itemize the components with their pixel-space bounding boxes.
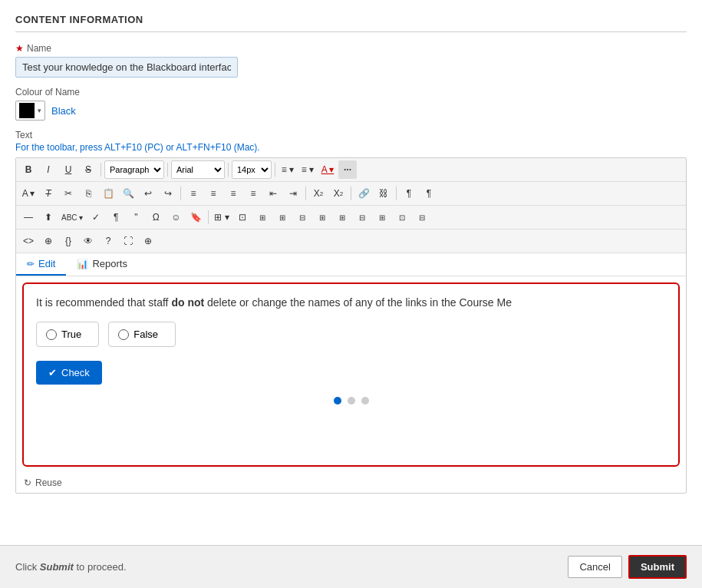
dot-1[interactable]: [334, 397, 341, 405]
unlink-button[interactable]: ⛓: [374, 184, 393, 203]
highlight-button[interactable]: A ▾: [19, 184, 38, 203]
find-button[interactable]: 🔍: [119, 184, 137, 203]
question-bold: do not: [171, 296, 204, 309]
bold-button[interactable]: B: [19, 160, 38, 179]
size-select[interactable]: 14px: [232, 160, 272, 179]
delete-row-button[interactable]: ⊟: [293, 208, 311, 226]
answer-false-label: False: [133, 329, 158, 340]
bookmark-button[interactable]: 🔖: [186, 208, 205, 226]
name-input[interactable]: [15, 57, 238, 78]
submit-button[interactable]: Submit: [628, 555, 687, 579]
preview-button[interactable]: 👁: [79, 232, 97, 250]
toolbar-row-3: — ⬆ ABC ▾ ✓ ¶ " Ω ☺ 🔖 ⊞ ▾ ⊡ ⊞ ⊞ ⊟ ⊞ ⊞ ⊟ …: [16, 206, 686, 230]
delete-col-button[interactable]: ⊟: [353, 208, 371, 226]
special-char-button[interactable]: Ω: [147, 208, 165, 226]
editor-question: It is recommended that staff do not dele…: [36, 295, 666, 311]
insert-col-after-button[interactable]: ⊞: [333, 208, 351, 226]
separator-4: [275, 163, 275, 177]
answer-true-label: True: [61, 329, 81, 340]
check-button-label: Check: [61, 367, 90, 378]
check-button[interactable]: ✔ Check: [36, 361, 102, 385]
colour-label: Colour of Name: [15, 87, 687, 97]
indent-button[interactable]: ⇥: [284, 184, 302, 203]
colour-swatch-button[interactable]: ▾: [15, 101, 45, 121]
para-button[interactable]: ¶: [107, 208, 125, 226]
text-color-button[interactable]: A ▾: [318, 160, 337, 179]
question-text-after: delete or change the names of any of the…: [204, 296, 512, 309]
edit-icon: ✏: [27, 259, 35, 269]
emoji-button[interactable]: ☺: [166, 208, 185, 226]
fullscreen-button[interactable]: ⛶: [119, 232, 137, 250]
toolbar-hint: For the toolbar, press ALT+F10 (PC) or A…: [15, 142, 687, 153]
toolbar-row-4: <> ⊕ {} 👁 ? ⛶ ⊕: [16, 230, 686, 253]
cut-button[interactable]: ✂: [59, 184, 77, 203]
dot-3[interactable]: [361, 397, 369, 405]
clear-format-button[interactable]: T: [39, 184, 58, 203]
colour-name: Black: [51, 105, 76, 117]
insert-row-after-button[interactable]: ⊞: [273, 208, 292, 226]
strikethrough-button[interactable]: S: [79, 160, 97, 179]
copy-button[interactable]: ⎘: [79, 184, 97, 203]
dot-2[interactable]: [348, 397, 355, 405]
ltr-button[interactable]: ¶: [420, 184, 438, 203]
ordered-list-button[interactable]: ≡ ▾: [298, 160, 317, 179]
delete-table-button[interactable]: ⊟: [413, 208, 431, 226]
spellcheck-button[interactable]: ABC ▾: [59, 208, 85, 226]
align-left-button[interactable]: ≡: [184, 184, 203, 203]
align-right-button[interactable]: ≡: [224, 184, 242, 203]
formula-button[interactable]: ✓: [87, 208, 105, 226]
undo-button[interactable]: ↩: [139, 184, 157, 203]
source-button[interactable]: {}: [59, 232, 77, 250]
font-select[interactable]: Arial: [171, 160, 225, 179]
upload-button[interactable]: ⬆: [39, 208, 58, 226]
more-button[interactable]: ···: [338, 160, 357, 179]
insert-col-before-button[interactable]: ⊞: [313, 208, 331, 226]
colour-row: ▾ Black: [15, 101, 687, 121]
blockquote-button[interactable]: ": [127, 208, 145, 226]
unordered-list-button[interactable]: ≡ ▾: [278, 160, 297, 179]
answer-true[interactable]: True: [36, 322, 99, 347]
editor-body: It is recommended that staff do not dele…: [22, 282, 680, 467]
colour-dropdown-arrow: ▾: [38, 107, 41, 114]
outdent-button[interactable]: ⇤: [264, 184, 282, 203]
underline-button[interactable]: U: [59, 160, 77, 179]
insert-row-before-button[interactable]: ⊞: [253, 208, 272, 226]
toolbar-row-2: A ▾ T ✂ ⎘ 📋 🔍 ↩ ↪ ≡ ≡ ≡ ≡ ⇤ ⇥ X2 X2 🔗: [16, 182, 686, 206]
cancel-button[interactable]: Cancel: [568, 556, 621, 578]
link-button[interactable]: 🔗: [354, 184, 373, 203]
reuse-row: ↻ Reuse: [16, 473, 686, 493]
merge-cells-button[interactable]: ⊞: [373, 208, 391, 226]
rtl-button[interactable]: ¶: [400, 184, 418, 203]
pagination-dots: [36, 397, 666, 405]
paste-button[interactable]: 📋: [99, 184, 117, 203]
redo-button[interactable]: ↪: [159, 184, 177, 203]
tab-reports[interactable]: 📊 Reports: [66, 253, 138, 276]
justify-button[interactable]: ≡: [244, 184, 262, 203]
tab-edit[interactable]: ✏ Edit: [16, 253, 66, 276]
page-container: CONTENT INFORMATION ★Name Colour of Name…: [0, 0, 702, 588]
help-button[interactable]: ?: [99, 232, 117, 250]
cell-props-button[interactable]: ⊡: [233, 208, 252, 226]
hr-button[interactable]: —: [19, 208, 38, 226]
answer-false[interactable]: False: [108, 322, 176, 347]
tab-edit-label: Edit: [38, 258, 55, 269]
italic-button[interactable]: I: [39, 160, 58, 179]
add-button[interactable]: ⊕: [139, 232, 157, 250]
separator-3: [228, 163, 229, 177]
superscript-button[interactable]: X2: [309, 184, 328, 203]
required-star: ★: [15, 43, 24, 54]
answer-options: True False: [36, 322, 666, 347]
table-button[interactable]: ⊞ ▾: [212, 208, 231, 226]
subscript-button[interactable]: X2: [329, 184, 348, 203]
paragraph-select[interactable]: Paragraph: [104, 160, 164, 179]
anchor-button[interactable]: ⊕: [39, 232, 58, 250]
separator-7: [351, 187, 351, 200]
name-label: ★Name: [15, 43, 687, 54]
code-view-button[interactable]: <>: [19, 232, 38, 250]
align-center-button[interactable]: ≡: [204, 184, 222, 203]
reuse-icon: ↻: [24, 477, 31, 488]
separator-1: [101, 163, 101, 177]
split-cells-button[interactable]: ⊡: [393, 208, 411, 226]
check-icon: ✔: [48, 367, 57, 378]
toolbar-row-1: B I U S Paragraph Arial 14px ≡ ▾ ≡ ▾: [16, 158, 686, 182]
